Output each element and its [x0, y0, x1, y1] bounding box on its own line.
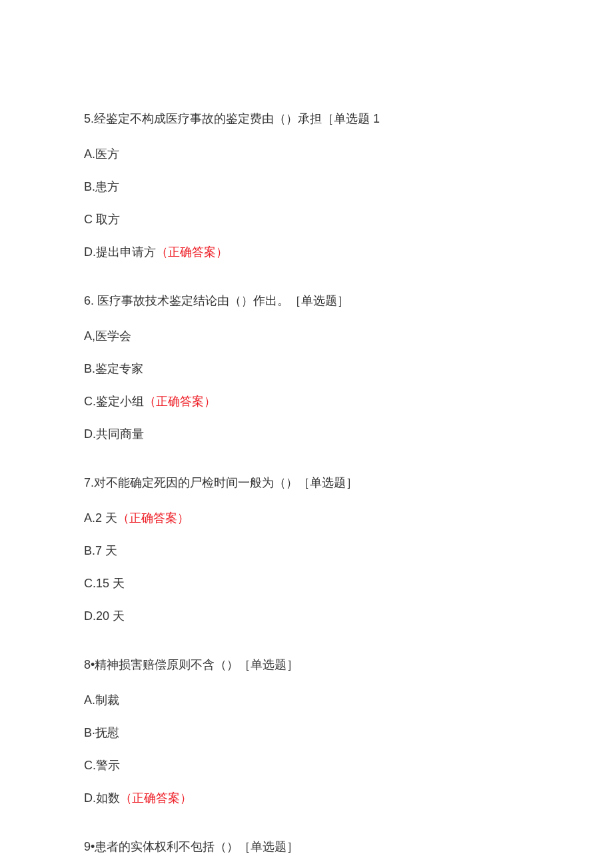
question-stem: 精神损害赔偿原则不含（）［单选题］ — [95, 658, 299, 671]
question-block: 6. 医疗事故技术鉴定结论由（）作出。［单选题］ A,医学会 B.鉴定专家 C.… — [84, 292, 529, 443]
option: D.提出申请方（正确答案） — [84, 243, 529, 261]
option-letter: D. — [84, 427, 96, 441]
question-number: 8• — [84, 658, 95, 671]
option-letter: A. — [84, 693, 95, 707]
question-stem: 经鉴定不构成医疗事故的鉴定费由（）承担［单选题 1 — [94, 112, 380, 125]
question-text: 5.经鉴定不构成医疗事故的鉴定费由（）承担［单选题 1 — [84, 110, 529, 128]
option-text: 2 天 — [95, 511, 117, 525]
option-text: 制裁 — [95, 693, 119, 707]
question-block: 8•精神损害赔偿原则不含（）［单选题］ A.制裁 B·抚慰 C.警示 D.如数（… — [84, 656, 529, 807]
option-text: 鉴定专家 — [95, 362, 143, 375]
question-stem: 患者的实体权利不包括（）［单选题］ — [95, 840, 299, 853]
option: B.患方 — [84, 178, 529, 196]
option-letter: B. — [84, 180, 95, 193]
option-letter: D. — [84, 609, 96, 623]
option: A.2 天（正确答案） — [84, 509, 529, 527]
option: C.鉴定小组（正确答案） — [84, 393, 529, 411]
option-text: 7 天 — [95, 544, 117, 557]
option: B.7 天 — [84, 542, 529, 560]
option-letter: C — [84, 213, 93, 226]
option: A.制裁 — [84, 691, 529, 709]
option-letter: C. — [84, 395, 96, 408]
option-letter: D. — [84, 245, 96, 259]
option: C.15 天 — [84, 575, 529, 593]
question-text: 9•患者的实体权利不包括（）［单选题］ — [84, 838, 529, 856]
correct-answer-label: （正确答案） — [144, 395, 216, 408]
option: D.如数（正确答案） — [84, 789, 529, 807]
option-letter: C. — [84, 577, 96, 590]
option-text: 提出申请方 — [96, 245, 156, 259]
question-text: 8•精神损害赔偿原则不含（）［单选题］ — [84, 656, 529, 674]
option: D.共同商量 — [84, 425, 529, 443]
question-number: 6. — [84, 294, 97, 307]
option-text: 警示 — [96, 759, 120, 772]
option: D.20 天 — [84, 607, 529, 625]
correct-answer-label: （正确答案） — [117, 511, 189, 525]
option: B·抚慰 — [84, 724, 529, 742]
option-letter: A, — [84, 329, 95, 343]
option-text: 15 天 — [96, 577, 125, 590]
correct-answer-label: （正确答案） — [156, 245, 228, 259]
option-letter: B. — [84, 544, 95, 557]
question-block: 7.对不能确定死因的尸检时间一般为（）［单选题］ A.2 天（正确答案） B.7… — [84, 474, 529, 625]
option: A.医方 — [84, 145, 529, 163]
question-text: 7.对不能确定死因的尸检时间一般为（）［单选题］ — [84, 474, 529, 492]
option-letter: A. — [84, 511, 95, 525]
question-block: 9•患者的实体权利不包括（）［单选题］ A.姓名权 — [84, 838, 529, 868]
option-text: 患方 — [95, 180, 119, 193]
option-text: 20 天 — [96, 609, 125, 623]
option: B.鉴定专家 — [84, 360, 529, 378]
question-stem: 医疗事故技术鉴定结论由（）作出。［单选题］ — [97, 294, 349, 307]
question-stem: 对不能确定死因的尸检时间一般为（）［单选题］ — [94, 476, 358, 489]
option-letter: B. — [84, 362, 95, 375]
question-number: 5. — [84, 112, 94, 125]
option-letter: C. — [84, 759, 96, 772]
question-number: 9• — [84, 840, 95, 853]
question-block: 5.经鉴定不构成医疗事故的鉴定费由（）承担［单选题 1 A.医方 B.患方 C … — [84, 110, 529, 261]
option-text: 共同商量 — [96, 427, 144, 441]
option-text: 医方 — [95, 147, 119, 161]
correct-answer-label: （正确答案） — [120, 791, 192, 805]
option: C.警示 — [84, 757, 529, 775]
option-text: 抚慰 — [95, 726, 119, 739]
question-number: 7. — [84, 476, 94, 489]
option: C 取方 — [84, 211, 529, 229]
option-letter: A. — [84, 147, 95, 161]
option-text: 取方 — [93, 213, 120, 226]
option-text: 医学会 — [95, 329, 131, 343]
option-letter: B· — [84, 726, 95, 739]
option-letter: D. — [84, 791, 96, 805]
option-text: 如数 — [96, 791, 120, 805]
option-text: 鉴定小组 — [96, 395, 144, 408]
question-text: 6. 医疗事故技术鉴定结论由（）作出。［单选题］ — [84, 292, 529, 310]
option: A,医学会 — [84, 327, 529, 345]
